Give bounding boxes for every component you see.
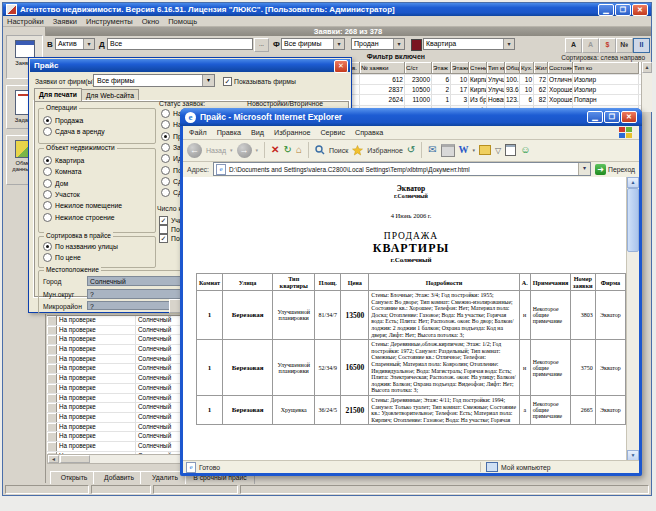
requests-grid-left-columns[interactable]: На проверкеСолнечныйНа проверкеСолнечный… <box>47 315 184 455</box>
radio-option[interactable]: Нежилое помещение <box>43 200 153 211</box>
radio-icon[interactable] <box>43 242 52 251</box>
messenger-icon[interactable]: ☺ <box>520 143 530 157</box>
radio-icon[interactable] <box>43 116 52 125</box>
ie-menu-item[interactable]: Сервис <box>320 128 345 137</box>
address-dropdown-icon[interactable]: ▾ <box>578 163 590 175</box>
ie-menu-item[interactable]: Вид <box>251 128 264 137</box>
grid-header-cell[interactable]: Этаж <box>432 62 451 74</box>
ie-vertical-scrollbar[interactable]: ▲ ▼ <box>626 177 639 461</box>
filter-icon[interactable]: ▽ <box>495 146 501 155</box>
checkbox-icon[interactable] <box>159 225 168 234</box>
row-selector[interactable] <box>47 364 57 373</box>
radio-icon[interactable] <box>43 179 52 188</box>
dialog-titlebar[interactable]: Прайс <box>30 59 350 72</box>
radio-option[interactable]: Сдача в аренду <box>43 126 153 137</box>
history-icon[interactable]: ↺ <box>407 143 415 157</box>
grid-header-cell[interactable]: Этажей <box>451 62 469 74</box>
ie-menu-item[interactable]: Файл <box>189 128 207 137</box>
firm-filter-combo[interactable]: Все фирмы <box>281 38 345 50</box>
export-button[interactable]: $ <box>599 38 616 53</box>
row-selector[interactable] <box>47 335 57 344</box>
radio-option[interactable]: Квартира <box>43 155 153 166</box>
menu-item[interactable]: Инструменты <box>86 17 133 26</box>
radio-icon[interactable] <box>43 201 52 210</box>
notes-icon[interactable] <box>505 144 516 156</box>
grid-vertical-scrollbar[interactable]: ▲ <box>641 62 652 112</box>
row-selector[interactable] <box>47 423 57 432</box>
row-selector[interactable] <box>47 355 57 364</box>
close-button[interactable]: ✕ <box>632 4 648 16</box>
row-selector[interactable] <box>47 316 57 325</box>
ie-menu-item[interactable]: Справка <box>355 128 383 137</box>
scroll-left-icon[interactable]: ◄ <box>48 455 59 463</box>
scrollbar-thumb[interactable] <box>627 188 639 252</box>
row-selector[interactable] <box>47 432 57 441</box>
row-selector[interactable] <box>47 413 57 422</box>
table-row[interactable]: На проверкеСолнечный <box>47 355 184 365</box>
table-row[interactable]: На проверкеСолнечный <box>47 335 184 345</box>
table-row[interactable]: На проверкеСолнечный <box>47 403 184 413</box>
radio-icon[interactable] <box>43 253 52 262</box>
search-label[interactable]: Поиск <box>329 147 348 154</box>
ie-close-button[interactable]: ✕ <box>621 111 637 123</box>
table-row[interactable]: На проверкеСолнечный <box>47 326 184 336</box>
row-selector[interactable] <box>47 326 57 335</box>
menu-item[interactable]: Заявки <box>53 17 77 26</box>
grid-header-cell[interactable]: Стены <box>469 62 487 74</box>
radio-icon[interactable] <box>43 127 52 136</box>
table-row[interactable]: На проверкеСолнечный <box>47 413 184 423</box>
search-icon[interactable] <box>315 145 325 155</box>
radio-option[interactable]: Продажа <box>43 115 153 126</box>
scrollbar-thumb[interactable] <box>60 455 90 463</box>
scroll-up-icon[interactable]: ▲ <box>642 62 652 73</box>
district-filter-field[interactable]: Все <box>107 38 253 50</box>
radio-option[interactable]: По цене <box>43 252 153 263</box>
row-selector[interactable] <box>47 442 57 451</box>
edit-icon[interactable]: W <box>459 143 469 157</box>
favorites-icon[interactable] <box>352 145 363 156</box>
checkbox-icon[interactable]: ✓ <box>159 216 168 225</box>
tab-print[interactable]: Для печати <box>34 88 82 101</box>
menu-item[interactable]: Помощь <box>168 17 197 26</box>
radio-option[interactable]: Дом <box>43 178 153 189</box>
menu-item[interactable]: Окно <box>142 17 159 26</box>
font-button[interactable]: А <box>565 38 582 53</box>
print-icon[interactable] <box>441 144 455 157</box>
grid-header-cell[interactable]: Тип кв. <box>487 62 505 74</box>
back-icon[interactable]: ← <box>187 143 202 158</box>
folder-icon[interactable] <box>479 145 491 155</box>
home-icon[interactable]: ⌂ <box>296 143 302 157</box>
radio-icon[interactable] <box>161 166 170 175</box>
font-small-button[interactable]: А <box>582 38 599 53</box>
table-row[interactable]: 61223000610КирпичУлучшенн100.11072Отличн… <box>351 75 641 85</box>
grid-header-cell[interactable]: С/ст <box>405 62 432 74</box>
pause-button[interactable]: II <box>633 38 650 53</box>
table-row[interactable]: На проверкеСолнечный <box>47 374 184 384</box>
refresh-icon[interactable]: ↻ <box>283 143 291 157</box>
grid-header-cell[interactable]: Состояние <box>548 62 573 74</box>
radio-icon[interactable] <box>43 156 52 165</box>
go-button[interactable]: ➜ Переход <box>595 164 635 175</box>
radio-icon[interactable] <box>161 120 170 129</box>
main-titlebar[interactable]: Агентство недвижимости. Версия 6.16.51. … <box>3 3 651 16</box>
ie-menu-item[interactable]: Избранное <box>274 128 310 137</box>
checkbox-icon[interactable]: ✓ <box>159 234 168 243</box>
grid-header-cell[interactable]: № заявки <box>360 62 405 74</box>
radio-option[interactable]: Комната <box>43 166 153 177</box>
radio-icon[interactable] <box>161 143 170 152</box>
browse-button[interactable]: ... <box>254 38 269 52</box>
radio-icon[interactable] <box>161 154 170 163</box>
edit-dropdown-icon[interactable]: ▾ <box>473 147 476 153</box>
radio-icon[interactable] <box>161 188 170 197</box>
table-row[interactable]: 283710500217КирпичУлучшенн93.61062Хороше… <box>351 85 641 95</box>
status-filter-combo[interactable]: Актив <box>55 38 95 50</box>
radio-option[interactable]: Нежилое строение <box>43 211 153 222</box>
radio-option[interactable]: По названию улицы <box>43 241 153 252</box>
table-row[interactable]: На проверкеСолнечный <box>47 423 184 433</box>
maximize-button[interactable]: ❐ <box>615 4 631 16</box>
scroll-up-icon[interactable]: ▲ <box>627 177 639 188</box>
row-selector[interactable] <box>47 394 57 403</box>
table-row[interactable]: На проверкеСолнечный <box>47 345 184 355</box>
row-selector[interactable] <box>47 403 57 412</box>
table-row[interactable]: 26241100013Из брусНовая123.1682ХорошееПо… <box>351 95 641 105</box>
